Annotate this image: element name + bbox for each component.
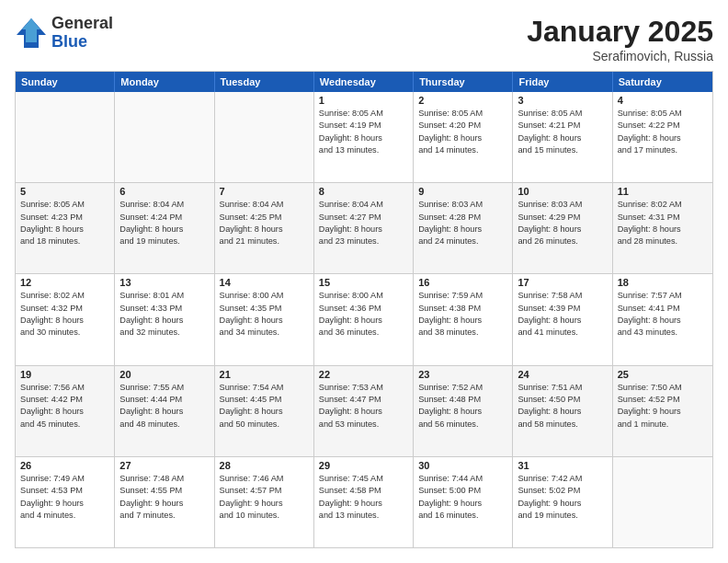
calendar-cell bbox=[215, 92, 314, 182]
weekday-header: Saturday bbox=[613, 72, 712, 92]
day-number: 7 bbox=[220, 186, 309, 197]
logo-icon bbox=[15, 17, 48, 50]
day-info: Sunrise: 8:02 AM Sunset: 4:31 PM Dayligh… bbox=[618, 199, 708, 247]
calendar-cell: 22Sunrise: 7:53 AM Sunset: 4:47 PM Dayli… bbox=[314, 366, 414, 456]
day-info: Sunrise: 7:48 AM Sunset: 4:55 PM Dayligh… bbox=[119, 473, 209, 522]
calendar-cell: 31Sunrise: 7:42 AM Sunset: 5:02 PM Dayli… bbox=[513, 457, 612, 547]
day-number: 17 bbox=[518, 277, 607, 288]
day-info: Sunrise: 7:49 AM Sunset: 4:53 PM Dayligh… bbox=[20, 473, 109, 522]
day-info: Sunrise: 8:05 AM Sunset: 4:21 PM Dayligh… bbox=[518, 108, 607, 156]
day-info: Sunrise: 7:57 AM Sunset: 4:41 PM Dayligh… bbox=[618, 290, 708, 339]
calendar-row: 1Sunrise: 8:05 AM Sunset: 4:19 PM Daylig… bbox=[16, 92, 712, 183]
calendar-cell: 13Sunrise: 8:01 AM Sunset: 4:33 PM Dayli… bbox=[115, 274, 214, 364]
day-number: 29 bbox=[319, 460, 408, 471]
day-info: Sunrise: 7:46 AM Sunset: 4:57 PM Dayligh… bbox=[220, 473, 309, 522]
weekday-header: Monday bbox=[115, 72, 214, 92]
page: General Blue January 2025 Serafimovich, … bbox=[0, 0, 728, 563]
day-info: Sunrise: 7:52 AM Sunset: 4:48 PM Dayligh… bbox=[418, 382, 507, 431]
day-number: 5 bbox=[20, 186, 109, 197]
day-number: 24 bbox=[518, 369, 607, 380]
calendar-cell: 10Sunrise: 8:03 AM Sunset: 4:29 PM Dayli… bbox=[513, 183, 612, 273]
calendar-header: SundayMondayTuesdayWednesdayThursdayFrid… bbox=[16, 72, 712, 92]
day-number: 30 bbox=[418, 460, 507, 471]
calendar-cell: 5Sunrise: 8:05 AM Sunset: 4:23 PM Daylig… bbox=[16, 183, 115, 273]
calendar-cell: 11Sunrise: 8:02 AM Sunset: 4:31 PM Dayli… bbox=[613, 183, 712, 273]
weekday-header: Thursday bbox=[414, 72, 513, 92]
calendar-cell: 28Sunrise: 7:46 AM Sunset: 4:57 PM Dayli… bbox=[215, 457, 314, 547]
day-number: 4 bbox=[618, 95, 708, 106]
day-number: 31 bbox=[518, 460, 607, 471]
day-number: 22 bbox=[319, 369, 408, 380]
calendar-cell: 30Sunrise: 7:44 AM Sunset: 5:00 PM Dayli… bbox=[414, 457, 513, 547]
month-title: January 2025 bbox=[527, 15, 713, 49]
day-info: Sunrise: 7:54 AM Sunset: 4:45 PM Dayligh… bbox=[220, 382, 309, 431]
header: General Blue January 2025 Serafimovich, … bbox=[15, 15, 713, 63]
day-info: Sunrise: 8:03 AM Sunset: 4:28 PM Dayligh… bbox=[418, 199, 507, 247]
day-number: 12 bbox=[20, 277, 109, 288]
calendar-row: 19Sunrise: 7:56 AM Sunset: 4:42 PM Dayli… bbox=[16, 366, 712, 457]
calendar-cell: 20Sunrise: 7:55 AM Sunset: 4:44 PM Dayli… bbox=[115, 366, 214, 456]
logo-blue-text: Blue bbox=[51, 33, 113, 52]
weekday-header: Sunday bbox=[16, 72, 115, 92]
logo: General Blue bbox=[15, 15, 113, 52]
calendar-cell: 18Sunrise: 7:57 AM Sunset: 4:41 PM Dayli… bbox=[613, 274, 712, 364]
calendar-cell: 15Sunrise: 8:00 AM Sunset: 4:36 PM Dayli… bbox=[314, 274, 414, 364]
day-info: Sunrise: 7:42 AM Sunset: 5:02 PM Dayligh… bbox=[518, 473, 607, 522]
calendar-cell: 6Sunrise: 8:04 AM Sunset: 4:24 PM Daylig… bbox=[115, 183, 214, 273]
day-number: 3 bbox=[518, 95, 607, 106]
day-number: 6 bbox=[119, 186, 209, 197]
day-number: 10 bbox=[518, 186, 607, 197]
calendar-cell: 12Sunrise: 8:02 AM Sunset: 4:32 PM Dayli… bbox=[16, 274, 115, 364]
day-number: 15 bbox=[319, 277, 408, 288]
calendar-cell: 8Sunrise: 8:04 AM Sunset: 4:27 PM Daylig… bbox=[314, 183, 414, 273]
calendar-cell: 19Sunrise: 7:56 AM Sunset: 4:42 PM Dayli… bbox=[16, 366, 115, 456]
calendar-cell: 3Sunrise: 8:05 AM Sunset: 4:21 PM Daylig… bbox=[513, 92, 612, 182]
weekday-header: Tuesday bbox=[215, 72, 314, 92]
day-number: 20 bbox=[119, 369, 209, 380]
day-info: Sunrise: 7:55 AM Sunset: 4:44 PM Dayligh… bbox=[119, 382, 209, 431]
day-info: Sunrise: 8:05 AM Sunset: 4:20 PM Dayligh… bbox=[418, 108, 507, 156]
day-number: 14 bbox=[220, 277, 309, 288]
day-info: Sunrise: 8:00 AM Sunset: 4:35 PM Dayligh… bbox=[220, 290, 309, 339]
day-info: Sunrise: 7:51 AM Sunset: 4:50 PM Dayligh… bbox=[518, 382, 607, 431]
title-block: January 2025 Serafimovich, Russia bbox=[527, 15, 713, 63]
day-info: Sunrise: 7:59 AM Sunset: 4:38 PM Dayligh… bbox=[418, 290, 507, 339]
day-number: 27 bbox=[119, 460, 209, 471]
day-number: 11 bbox=[618, 186, 708, 197]
logo-general-text: General bbox=[51, 15, 113, 33]
calendar-cell: 1Sunrise: 8:05 AM Sunset: 4:19 PM Daylig… bbox=[314, 92, 414, 182]
calendar-cell: 27Sunrise: 7:48 AM Sunset: 4:55 PM Dayli… bbox=[115, 457, 214, 547]
day-info: Sunrise: 8:04 AM Sunset: 4:27 PM Dayligh… bbox=[319, 199, 408, 247]
calendar-cell: 26Sunrise: 7:49 AM Sunset: 4:53 PM Dayli… bbox=[16, 457, 115, 547]
calendar-cell: 4Sunrise: 8:05 AM Sunset: 4:22 PM Daylig… bbox=[613, 92, 712, 182]
day-info: Sunrise: 7:44 AM Sunset: 5:00 PM Dayligh… bbox=[418, 473, 507, 522]
day-number: 19 bbox=[20, 369, 109, 380]
day-info: Sunrise: 7:45 AM Sunset: 4:58 PM Dayligh… bbox=[319, 473, 408, 522]
calendar-row: 12Sunrise: 8:02 AM Sunset: 4:32 PM Dayli… bbox=[16, 274, 712, 365]
day-number: 18 bbox=[618, 277, 708, 288]
day-info: Sunrise: 7:53 AM Sunset: 4:47 PM Dayligh… bbox=[319, 382, 408, 431]
day-info: Sunrise: 7:58 AM Sunset: 4:39 PM Dayligh… bbox=[518, 290, 607, 339]
calendar: SundayMondayTuesdayWednesdayThursdayFrid… bbox=[15, 71, 713, 548]
calendar-cell bbox=[115, 92, 214, 182]
calendar-cell: 9Sunrise: 8:03 AM Sunset: 4:28 PM Daylig… bbox=[414, 183, 513, 273]
day-info: Sunrise: 7:56 AM Sunset: 4:42 PM Dayligh… bbox=[20, 382, 109, 431]
day-info: Sunrise: 7:50 AM Sunset: 4:52 PM Dayligh… bbox=[618, 382, 708, 431]
day-number: 28 bbox=[220, 460, 309, 471]
day-number: 1 bbox=[319, 95, 408, 106]
calendar-cell bbox=[16, 92, 115, 182]
calendar-cell: 23Sunrise: 7:52 AM Sunset: 4:48 PM Dayli… bbox=[414, 366, 513, 456]
day-info: Sunrise: 8:02 AM Sunset: 4:32 PM Dayligh… bbox=[20, 290, 109, 339]
day-number: 16 bbox=[418, 277, 507, 288]
calendar-cell: 14Sunrise: 8:00 AM Sunset: 4:35 PM Dayli… bbox=[215, 274, 314, 364]
day-info: Sunrise: 8:05 AM Sunset: 4:19 PM Dayligh… bbox=[319, 108, 408, 156]
day-number: 21 bbox=[220, 369, 309, 380]
calendar-cell: 7Sunrise: 8:04 AM Sunset: 4:25 PM Daylig… bbox=[215, 183, 314, 273]
day-info: Sunrise: 8:05 AM Sunset: 4:23 PM Dayligh… bbox=[20, 199, 109, 247]
calendar-cell: 21Sunrise: 7:54 AM Sunset: 4:45 PM Dayli… bbox=[215, 366, 314, 456]
day-number: 9 bbox=[418, 186, 507, 197]
calendar-cell bbox=[613, 457, 712, 547]
day-info: Sunrise: 8:04 AM Sunset: 4:25 PM Dayligh… bbox=[220, 199, 309, 247]
weekday-header: Wednesday bbox=[314, 72, 414, 92]
day-info: Sunrise: 8:03 AM Sunset: 4:29 PM Dayligh… bbox=[518, 199, 607, 247]
